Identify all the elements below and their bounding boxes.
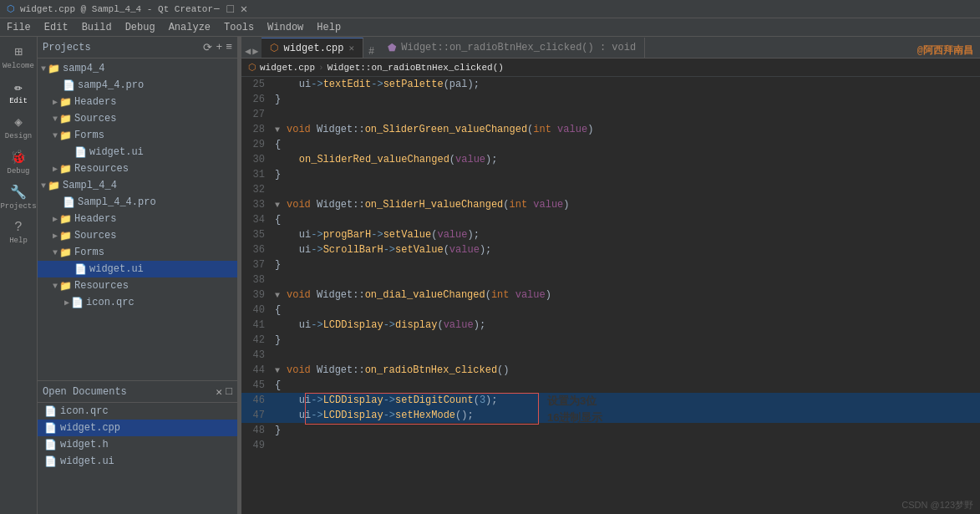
code-span: ui->progBarH->setValue(value); — [275, 229, 480, 241]
code-span: } — [275, 334, 281, 346]
open-doc-icon-qrc[interactable]: 📄icon.qrc — [38, 403, 237, 420]
tree-item-headers[interactable]: ▶📁Headers — [38, 94, 237, 110]
line-code[interactable]: ui->progBarH->setValue(value); — [275, 227, 980, 242]
code-lines-container: 25 ui->textEdit->setPalette(pal);26}2728… — [241, 77, 980, 514]
line-code[interactable]: ui->ScrollBarH->setValue(value); — [275, 242, 980, 257]
activity-item-debug[interactable]: 🐞Debug — [2, 145, 35, 179]
menu-item-file[interactable]: File — [0, 18, 38, 36]
close-button[interactable]: ✕ — [241, 3, 247, 15]
line-code[interactable]: } — [275, 92, 980, 107]
tree-item-widget-ui[interactable]: 📄widget.ui — [38, 144, 237, 160]
line-code[interactable]: ui->textEdit->setPalette(pal); — [275, 77, 980, 92]
activity-item-projects[interactable]: 🔧Projects — [2, 181, 35, 214]
doc-icon: 📄 — [44, 439, 57, 451]
menu-item-help[interactable]: Help — [310, 18, 348, 36]
line-code[interactable]: ui->LCDDisplay->setDigitCount(3); — [275, 393, 980, 408]
projects-icon: 🔧 — [10, 184, 27, 201]
code-line-27: 27 — [241, 107, 980, 122]
breadcrumb-file[interactable]: widget.cpp — [260, 63, 315, 73]
tree-arrow: ▼ — [53, 248, 58, 257]
tree-item-widget-ui[interactable]: 📄widget.ui — [38, 261, 237, 277]
line-code[interactable]: ▼ void Widget::on_SliderH_valueChanged(i… — [275, 197, 980, 213]
tree-item-sources[interactable]: ▶📁Sources — [38, 227, 237, 244]
line-code[interactable]: ▼ void Widget::on_radioBtnHex_clicked() — [275, 363, 980, 379]
editor-tab-function[interactable]: ⬟Widget::on_radioBtnHex_clicked() : void — [379, 38, 645, 58]
open-docs-expand-icon[interactable]: □ — [226, 385, 232, 399]
func-tab-label: Widget::on_radioBtnHex_clicked() : void — [401, 42, 636, 53]
tree-item-headers[interactable]: ▶📁Headers — [38, 211, 237, 227]
fold-arrow-icon[interactable]: ▼ — [275, 201, 285, 210]
tree-item-forms[interactable]: ▼📁Forms — [38, 127, 237, 144]
open-docs-close-all-icon[interactable]: ✕ — [216, 385, 222, 399]
tree-icon: 📁 — [59, 247, 72, 259]
tree-icon: 📁 — [48, 180, 60, 192]
nav-left-icon[interactable]: ◀ — [245, 45, 251, 58]
line-code[interactable]: { — [275, 378, 980, 393]
line-code[interactable]: ui->LCDDisplay->setHexMode(); — [275, 408, 980, 423]
open-doc-widget-cpp[interactable]: 📄widget.cpp — [38, 420, 237, 436]
line-code[interactable]: } — [275, 333, 980, 348]
menu-item-tools[interactable]: Tools — [217, 18, 261, 36]
menu-item-debug[interactable]: Debug — [119, 18, 162, 36]
line-number: 30 — [241, 152, 275, 167]
activity-item-design[interactable]: ◈Design — [2, 110, 35, 144]
tree-icon: 📁 — [59, 96, 72, 109]
menu-item-analyze[interactable]: Analyze — [162, 18, 217, 36]
tree-item-sampl-4-4-pro[interactable]: 📄Sampl_4_4.pro — [38, 194, 237, 211]
sidebar-filter-icon[interactable]: ≡ — [226, 41, 232, 54]
code-span: ui->LCDDisplay->setDigitCount(3); — [275, 394, 497, 406]
code-line-31: 31} — [241, 167, 980, 182]
line-code[interactable]: ▼ void Widget::on_SliderGreen_valueChang… — [275, 122, 980, 138]
main-area: ⊞Welcome✏Edit◈Design🐞Debug🔧Projects?Help… — [0, 37, 980, 514]
line-code[interactable]: } — [275, 167, 980, 182]
code-line-44: 44▼ void Widget::on_radioBtnHex_clicked(… — [241, 363, 980, 378]
tab-close-icon[interactable]: ✕ — [348, 43, 354, 53]
menu-item-window[interactable]: Window — [261, 18, 310, 36]
menu-item-edit[interactable]: Edit — [38, 18, 75, 36]
tree-item-sources[interactable]: ▼📁Sources — [38, 110, 237, 127]
minimize-button[interactable]: − — [213, 3, 220, 15]
open-docs-toolbar: Open Documents ✕ □ — [38, 381, 237, 403]
line-code[interactable]: } — [275, 257, 980, 272]
fold-arrow-icon[interactable]: ▼ — [275, 291, 285, 300]
func-tab-icon: ⬟ — [388, 42, 396, 54]
tree-item-sampl-4-4[interactable]: ▼📁Sampl_4_4 — [38, 177, 237, 194]
line-code[interactable]: on_SliderRed_valueChanged(value); — [275, 152, 980, 167]
line-code[interactable]: ▼ void Widget::on_dial_valueChanged(int … — [275, 288, 980, 303]
maximize-button[interactable]: □ — [226, 3, 233, 15]
line-code[interactable]: { — [275, 303, 980, 318]
sidebar-add-icon[interactable]: + — [216, 41, 222, 54]
fold-arrow-icon[interactable]: ▼ — [275, 366, 285, 375]
breadcrumb-symbol[interactable]: Widget::on_radioBtnHex_clicked() — [328, 63, 504, 73]
tab-icon: ⬡ — [270, 42, 278, 54]
activity-item-welcome[interactable]: ⊞Welcome — [2, 40, 35, 74]
line-code[interactable]: } — [275, 423, 980, 438]
line-code[interactable]: { — [275, 137, 980, 152]
line-code[interactable]: { — [275, 212, 980, 227]
activity-item-edit[interactable]: ✏Edit — [2, 75, 35, 109]
tree-item-resources[interactable]: ▶📁Resources — [38, 160, 237, 177]
line-number: 32 — [241, 182, 275, 197]
open-doc-widget-h[interactable]: 📄widget.h — [38, 436, 237, 453]
line-code[interactable]: ui->LCDDisplay->display(value); — [275, 318, 980, 333]
code-span: } — [275, 425, 281, 436]
menu-item-build[interactable]: Build — [75, 18, 119, 36]
tree-item-resources[interactable]: ▼📁Resources — [38, 277, 237, 294]
sidebar-sync-icon[interactable]: ⟳ — [203, 41, 212, 54]
tree-icon: 📁 — [48, 63, 60, 75]
watermark-text: @阿西拜南昌 — [911, 43, 980, 58]
open-doc-widget-ui[interactable]: 📄widget.ui — [38, 453, 237, 470]
tree-label: Headers — [74, 96, 116, 108]
tree-item-samp4-4[interactable]: ▼📁samp4_4 — [38, 60, 237, 77]
tree-item-samp4-4-pro[interactable]: 📄samp4_4.pro — [38, 77, 237, 94]
tree-item-forms[interactable]: ▼📁Forms — [38, 244, 237, 261]
line-number: 46 — [241, 393, 275, 408]
tree-item-icon-qrc[interactable]: ▶📄icon.qrc — [38, 294, 237, 311]
nav-right-icon[interactable]: ▶ — [252, 45, 258, 58]
line-number: 41 — [241, 318, 275, 333]
activity-item-help[interactable]: ?Help — [2, 216, 35, 249]
editor-tab-widget-cpp[interactable]: ⬡widget.cpp✕ — [262, 38, 363, 58]
line-number: 28 — [241, 122, 275, 137]
code-line-37: 37} — [241, 257, 980, 272]
fold-arrow-icon[interactable]: ▼ — [275, 125, 285, 135]
